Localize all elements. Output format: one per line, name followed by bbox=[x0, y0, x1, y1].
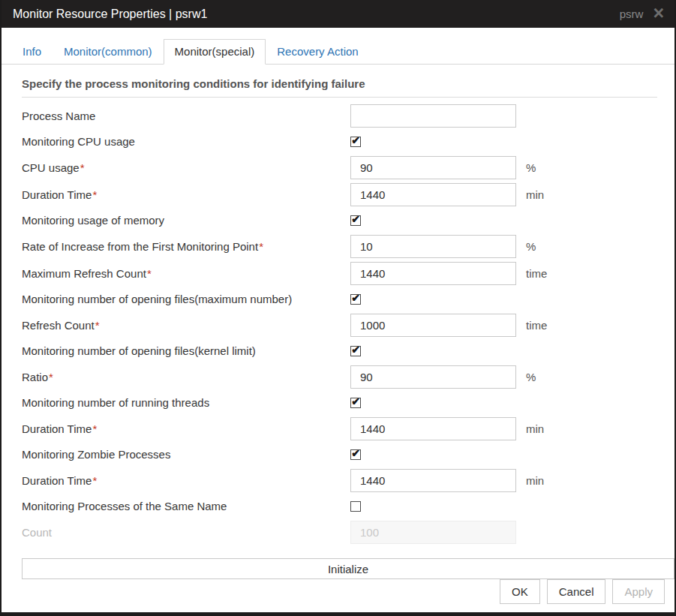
field-label-text: Monitoring number of opening files(maxim… bbox=[22, 293, 292, 305]
unit-label: time bbox=[526, 267, 547, 280]
footer-buttons: OK Cancel Apply bbox=[2, 579, 674, 612]
required-marker: * bbox=[95, 319, 100, 332]
field-control bbox=[350, 449, 361, 460]
field-label: Process Name bbox=[22, 110, 350, 122]
tab-monitor-common[interactable]: Monitor(common) bbox=[53, 39, 164, 65]
field-label: Monitoring usage of memory bbox=[22, 214, 350, 227]
dialog-content: Info Monitor(common) Monitor(special) Re… bbox=[2, 28, 674, 612]
maximum-refresh-count-input[interactable] bbox=[350, 262, 516, 285]
field-label: Duration Time* bbox=[22, 474, 350, 487]
field-label-text: Monitoring number of opening files(kerne… bbox=[22, 344, 256, 357]
field-label: Refresh Count* bbox=[22, 319, 350, 332]
form-row-maximum-refresh-count: Maximum Refresh Count* time bbox=[22, 260, 654, 287]
form-row-monitoring-files-maximum: Monitoring number of opening files(maxim… bbox=[22, 287, 654, 311]
initialize-button[interactable]: Initialize bbox=[22, 558, 674, 579]
close-icon[interactable]: × bbox=[653, 5, 664, 20]
field-label-text: Monitoring CPU usage bbox=[22, 135, 135, 148]
count-input bbox=[350, 521, 516, 544]
form-row-monitoring-cpu-usage: Monitoring CPU usage bbox=[22, 129, 654, 154]
tab-monitor-special[interactable]: Monitor(special) bbox=[164, 39, 266, 65]
field-control bbox=[350, 346, 361, 356]
form-row-monitoring-memory: Monitoring usage of memory bbox=[22, 208, 654, 233]
field-control: % bbox=[350, 365, 536, 389]
monitoring-same-name-processes-checkbox[interactable] bbox=[350, 501, 361, 512]
required-marker: * bbox=[147, 267, 152, 280]
unit-label: min bbox=[526, 188, 544, 201]
field-control: min bbox=[350, 183, 544, 206]
field-label-text: Duration Time bbox=[22, 188, 92, 201]
required-marker: * bbox=[49, 371, 53, 383]
form-row-zombie-duration-time: Duration Time* min bbox=[22, 467, 654, 494]
cpu-duration-time-input[interactable] bbox=[350, 183, 516, 206]
form-row-monitoring-threads: Monitoring number of running threads bbox=[22, 390, 654, 415]
monitoring-cpu-usage-checkbox[interactable] bbox=[350, 137, 361, 147]
monitor-resource-properties-dialog: Monitor Resource Properties | psrw1 psrw… bbox=[0, 0, 676, 616]
form: Process Name Monitoring CPU usage CPU us… bbox=[2, 98, 674, 545]
field-label-text: Refresh Count bbox=[22, 319, 95, 332]
unit-label: min bbox=[526, 422, 544, 435]
field-control bbox=[350, 137, 361, 147]
field-label: Maximum Refresh Count* bbox=[22, 267, 350, 280]
monitoring-opening-files-maximum-checkbox[interactable] bbox=[350, 294, 361, 305]
rate-of-increase-input[interactable] bbox=[350, 235, 516, 258]
form-row-process-name: Process Name bbox=[22, 102, 654, 129]
zombie-duration-time-input[interactable] bbox=[350, 469, 516, 492]
unit-label: time bbox=[526, 319, 547, 332]
field-control: min bbox=[350, 417, 544, 440]
monitoring-opening-files-kernel-checkbox[interactable] bbox=[350, 346, 361, 356]
field-control: % bbox=[350, 156, 536, 179]
field-label-text: Duration Time bbox=[22, 422, 92, 435]
form-row-rate-of-increase: Rate of Increase from the First Monitori… bbox=[22, 233, 654, 260]
field-label-text: Monitoring usage of memory bbox=[22, 214, 164, 227]
cpu-usage-input[interactable] bbox=[350, 156, 516, 179]
field-control bbox=[350, 215, 361, 226]
refresh-count-input[interactable] bbox=[350, 314, 516, 337]
field-control bbox=[350, 294, 361, 305]
tab-recovery-action[interactable]: Recovery Action bbox=[266, 39, 369, 65]
cancel-button[interactable]: Cancel bbox=[547, 579, 606, 604]
field-control: time bbox=[350, 262, 547, 285]
monitoring-memory-usage-checkbox[interactable] bbox=[350, 215, 361, 226]
form-row-monitoring-zombie: Monitoring Zombie Processes bbox=[22, 442, 654, 467]
field-label: Monitoring CPU usage bbox=[22, 135, 350, 148]
tab-bar: Info Monitor(common) Monitor(special) Re… bbox=[2, 39, 674, 65]
unit-label: % bbox=[526, 161, 536, 174]
field-label: Monitoring Processes of the Same Name bbox=[22, 500, 350, 512]
form-row-count: Count bbox=[22, 518, 654, 545]
field-label-text: Maximum Refresh Count bbox=[22, 267, 146, 280]
form-row-threads-duration-time: Duration Time* min bbox=[22, 415, 654, 442]
field-label-text: Ratio bbox=[22, 371, 48, 383]
field-label: Count bbox=[22, 526, 350, 539]
field-label: Monitoring number of running threads bbox=[22, 396, 350, 409]
field-label: Duration Time* bbox=[22, 422, 350, 435]
field-control bbox=[350, 521, 526, 544]
field-label: Monitoring number of opening files(kerne… bbox=[22, 344, 350, 357]
required-marker: * bbox=[80, 161, 85, 174]
form-row-monitoring-same-name: Monitoring Processes of the Same Name bbox=[22, 494, 654, 518]
tab-info[interactable]: Info bbox=[11, 39, 53, 65]
ok-button[interactable]: OK bbox=[500, 579, 540, 604]
field-label: CPU usage* bbox=[22, 161, 350, 174]
field-label-text: Duration Time bbox=[22, 474, 92, 487]
process-name-input[interactable] bbox=[350, 104, 516, 128]
required-marker: * bbox=[92, 188, 97, 201]
required-marker: * bbox=[92, 422, 97, 435]
apply-button: Apply bbox=[612, 579, 665, 604]
field-label: Monitoring Zombie Processes bbox=[22, 448, 350, 461]
unit-label: min bbox=[526, 474, 544, 487]
field-control: % bbox=[350, 235, 536, 258]
ratio-input[interactable] bbox=[350, 365, 516, 389]
field-label-text: Process Name bbox=[22, 110, 95, 122]
field-label: Monitoring number of opening files(maxim… bbox=[22, 293, 350, 305]
field-control: time bbox=[350, 314, 547, 337]
form-row-cpu-usage: CPU usage* % bbox=[22, 154, 654, 181]
form-row-monitoring-files-kernel: Monitoring number of opening files(kerne… bbox=[22, 338, 654, 363]
field-control bbox=[350, 501, 361, 512]
monitoring-running-threads-checkbox[interactable] bbox=[350, 398, 361, 408]
section-title: Specify the process monitoring condition… bbox=[22, 77, 657, 98]
unit-label: % bbox=[526, 240, 536, 253]
titlebar: Monitor Resource Properties | psrw1 psrw… bbox=[2, 0, 674, 28]
field-label-text: Monitoring Zombie Processes bbox=[22, 448, 170, 461]
threads-duration-time-input[interactable] bbox=[350, 417, 516, 440]
monitoring-zombie-processes-checkbox[interactable] bbox=[350, 449, 361, 460]
